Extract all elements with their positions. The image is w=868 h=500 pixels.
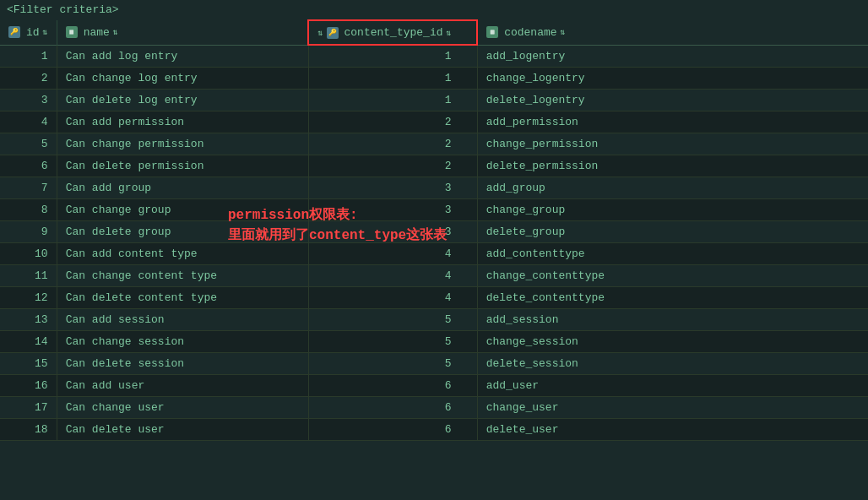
- col-name-label: name: [84, 26, 110, 39]
- cell-content-type-id: 3: [308, 177, 477, 199]
- sort-icon-id: ⇅: [43, 27, 48, 37]
- cell-content-type-id: 2: [308, 133, 477, 155]
- cell-content-type-id: 2: [308, 111, 477, 133]
- cell-id: 10: [0, 243, 57, 265]
- column-header-name[interactable]: ▦ name ⇅: [57, 20, 308, 45]
- cell-codename: change_session: [477, 331, 868, 353]
- sort-icon-name: ⇅: [113, 27, 118, 37]
- cell-id: 12: [0, 287, 57, 309]
- key-icon-ctid: 🔑: [327, 27, 339, 39]
- cell-content-type-id: 5: [308, 309, 477, 331]
- cell-content-type-id: 1: [308, 68, 477, 90]
- cell-codename: delete_session: [477, 353, 868, 375]
- table-row: 12Can delete content type4delete_content…: [0, 287, 868, 309]
- cell-codename: delete_contenttype: [477, 287, 868, 309]
- table-wrapper: 🔑 id ⇅ ▦ name ⇅ ⇅ 🔑 co: [0, 19, 868, 441]
- cell-codename: add_contenttype: [477, 243, 868, 265]
- table-row: 15Can delete session5delete_session: [0, 353, 868, 375]
- cell-name: Can add content type: [57, 243, 308, 265]
- table-row: 5Can change permission2change_permission: [0, 133, 868, 155]
- cell-id: 8: [0, 199, 57, 221]
- cell-id: 6: [0, 155, 57, 177]
- table-row: 10Can add content type4add_contenttype: [0, 243, 868, 265]
- cell-name: Can add session: [57, 309, 308, 331]
- cell-content-type-id: 4: [308, 243, 477, 265]
- table-row: 4Can add permission2add_permission: [0, 111, 868, 133]
- cell-name: Can add log entry: [57, 45, 308, 68]
- cell-name: Can change content type: [57, 265, 308, 287]
- cell-id: 13: [0, 309, 57, 331]
- cell-id: 7: [0, 177, 57, 199]
- table-row: 11Can change content type4change_content…: [0, 265, 868, 287]
- cell-name: Can delete user: [57, 419, 308, 441]
- cell-content-type-id: 5: [308, 353, 477, 375]
- cell-content-type-id: 1: [308, 90, 477, 111]
- cell-codename: delete_user: [477, 419, 868, 441]
- cell-id: 3: [0, 90, 57, 111]
- key-icon: 🔑: [8, 26, 20, 38]
- cell-codename: add_session: [477, 309, 868, 331]
- cell-codename: add_user: [477, 375, 868, 397]
- column-header-id[interactable]: 🔑 id ⇅: [0, 20, 57, 45]
- cell-name: Can delete log entry: [57, 90, 308, 111]
- cell-name: Can add group: [57, 177, 308, 199]
- table-row: 13Can add session5add_session: [0, 309, 868, 331]
- cell-codename: change_contenttype: [477, 265, 868, 287]
- sort-icon-codename: ⇅: [561, 27, 566, 37]
- table-row: 7Can add group3add_group: [0, 177, 868, 199]
- cell-content-type-id: 3: [308, 199, 477, 221]
- table-icon-name: ▦: [66, 26, 78, 38]
- cell-name: Can delete session: [57, 353, 308, 375]
- cell-content-type-id: 5: [308, 331, 477, 353]
- table-row: 16Can add user6add_user: [0, 375, 868, 397]
- cell-content-type-id: 1: [308, 45, 477, 68]
- table-row: 3Can delete log entry1delete_logentry: [0, 90, 868, 111]
- cell-id: 17: [0, 397, 57, 419]
- table-row: 8Can change group3change_group: [0, 199, 868, 221]
- cell-content-type-id: 6: [308, 397, 477, 419]
- sort-icon-ctid-right: ⇅: [447, 28, 452, 38]
- cell-name: Can add user: [57, 375, 308, 397]
- cell-codename: delete_permission: [477, 155, 868, 177]
- table-body: 1Can add log entry1add_logentry2Can chan…: [0, 45, 868, 441]
- table-row: 6Can delete permission2delete_permission: [0, 155, 868, 177]
- cell-content-type-id: 6: [308, 375, 477, 397]
- cell-name: Can change permission: [57, 133, 308, 155]
- cell-id: 14: [0, 331, 57, 353]
- table-row: 18Can delete user6delete_user: [0, 419, 868, 441]
- cell-id: 18: [0, 419, 57, 441]
- table-header-row: 🔑 id ⇅ ▦ name ⇅ ⇅ 🔑 co: [0, 20, 868, 45]
- cell-id: 5: [0, 133, 57, 155]
- cell-id: 1: [0, 45, 57, 68]
- cell-codename: delete_logentry: [477, 90, 868, 111]
- cell-codename: change_permission: [477, 133, 868, 155]
- cell-name: Can add permission: [57, 111, 308, 133]
- column-header-content-type-id[interactable]: ⇅ 🔑 content_type_id ⇅: [308, 20, 477, 45]
- cell-content-type-id: 4: [308, 265, 477, 287]
- col-id-label: id: [26, 26, 40, 39]
- permissions-table: 🔑 id ⇅ ▦ name ⇅ ⇅ 🔑 co: [0, 19, 868, 441]
- table-row: 9Can delete group3delete_group: [0, 221, 868, 243]
- sort-icon-ctid-left: ⇅: [317, 28, 323, 38]
- column-header-codename[interactable]: ▦ codename ⇅: [477, 20, 868, 45]
- cell-codename: add_permission: [477, 111, 868, 133]
- table-row: 17Can change user6change_user: [0, 397, 868, 419]
- table-icon-codename: ▦: [486, 26, 498, 38]
- cell-id: 2: [0, 68, 57, 90]
- table-row: 2Can change log entry1change_logentry: [0, 68, 868, 90]
- cell-id: 4: [0, 111, 57, 133]
- cell-id: 16: [0, 375, 57, 397]
- col-content-type-id-label: content_type_id: [344, 26, 443, 39]
- table-row: 14Can change session5change_session: [0, 331, 868, 353]
- cell-codename: change_logentry: [477, 68, 868, 90]
- cell-codename: delete_group: [477, 221, 868, 243]
- cell-name: Can change group: [57, 199, 308, 221]
- cell-content-type-id: 4: [308, 287, 477, 309]
- cell-codename: add_logentry: [477, 45, 868, 68]
- cell-name: Can change session: [57, 331, 308, 353]
- cell-name: Can change user: [57, 397, 308, 419]
- cell-content-type-id: 2: [308, 155, 477, 177]
- cell-content-type-id: 3: [308, 221, 477, 243]
- table-row: 1Can add log entry1add_logentry: [0, 45, 868, 68]
- cell-id: 11: [0, 265, 57, 287]
